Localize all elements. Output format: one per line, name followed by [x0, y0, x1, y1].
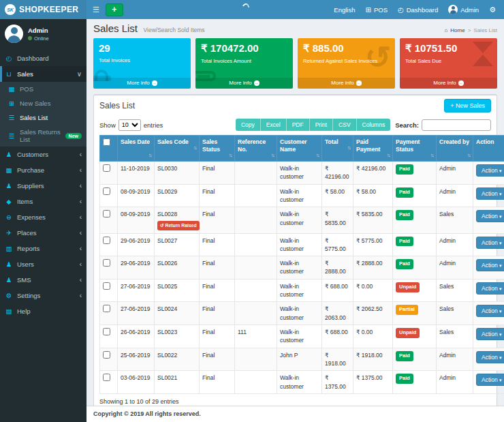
new-sales-button[interactable]: + New Sales [444, 99, 491, 112]
infobox-value: ₹ 170472.00 [201, 42, 287, 55]
column-header-sales-code[interactable]: Sales Code↑↓ [155, 136, 200, 162]
dashboard-link[interactable]: ◴ Dashboard [398, 6, 438, 14]
sort-icon[interactable]: ↑↓ [387, 152, 390, 158]
column-header-sales-date[interactable]: Sales Date↑↓ [118, 136, 155, 162]
table-row: 27-06-2019SL0024FinalWalk-in customer₹ 2… [100, 302, 504, 325]
select-all-checkbox[interactable] [103, 138, 110, 146]
more-info-link[interactable]: More info→ [93, 78, 191, 89]
sort-icon[interactable]: ↑↓ [467, 152, 470, 158]
sort-icon[interactable]: ↑↓ [271, 152, 274, 158]
caret-down-icon: ▾ [499, 192, 502, 196]
row-checkbox[interactable] [103, 305, 110, 312]
csv-button[interactable]: CSV [333, 119, 356, 131]
total-cell: ₹ 5775.00 [322, 233, 353, 256]
payment-status-cell: Paid [393, 207, 437, 233]
sidebar-item-expenses[interactable]: ⊖Expenses‹ [0, 209, 86, 225]
sidebar-item-sales-list[interactable]: ☰Sales List [0, 110, 86, 125]
sort-icon[interactable]: ↑↓ [193, 145, 196, 151]
sales-returns-list-icon: ☰ [7, 132, 16, 140]
row-checkbox[interactable] [103, 237, 110, 244]
action-button[interactable]: Action ▾ [476, 374, 504, 386]
sidebar-item-dashboard[interactable]: ◴Dashboard [0, 50, 86, 66]
sidebar-item-sms[interactable]: ♟SMS‹ [0, 272, 86, 288]
action-button[interactable]: Action ▾ [476, 305, 504, 317]
sidebar-item-purchase[interactable]: ▦Purchase‹ [0, 162, 86, 178]
paid-payment-cell: ₹ 42196.00 [353, 162, 393, 185]
column-header-created-by[interactable]: Created by↑↓ [437, 136, 473, 162]
column-header-total[interactable]: Total↑↓ [322, 136, 353, 162]
total-cell: ₹ 2888.00 [322, 256, 353, 280]
sort-icon[interactable]: ↑↓ [229, 152, 232, 158]
column-header-sales-status[interactable]: Sales Status↑↓ [200, 136, 235, 162]
sidebar-item-items[interactable]: ◆Items‹ [0, 194, 86, 209]
action-button[interactable]: Action ▾ [476, 328, 504, 340]
print-button[interactable]: Print [310, 119, 333, 131]
sort-icon[interactable]: ↑↓ [430, 152, 433, 158]
excel-button[interactable]: Excel [261, 119, 287, 131]
sort-icon[interactable]: ↑↓ [148, 152, 151, 158]
more-info-link[interactable]: More info→ [400, 78, 497, 89]
brand-logo[interactable]: SK SHOPKEEPER [0, 0, 86, 19]
hamburger-icon[interactable]: ☰ [86, 5, 106, 14]
sidebar-item-help[interactable]: ▤Help [0, 303, 86, 319]
more-info-link[interactable]: More info→ [195, 78, 293, 89]
page-length-select[interactable]: 10 [119, 119, 141, 131]
top-navbar: SK SHOPKEEPER ☰ + English ⊞ POS ◴ Dashbo… [0, 0, 504, 19]
user-menu[interactable]: Admin [448, 5, 479, 14]
sales-date-cell: 08-09-2019 [118, 207, 155, 233]
column-header-customer-name[interactable]: Customer Name↑↓ [277, 136, 322, 162]
language-menu[interactable]: English [334, 6, 355, 14]
sidebar-item-pos[interactable]: ▦POS [0, 82, 86, 96]
customer-cell: John P [277, 348, 322, 371]
action-button[interactable]: Action ▾ [476, 237, 504, 249]
infobox-total-invoices-amount: ₹ 170472.00Total Invoices AmountMore inf… [195, 38, 293, 89]
plus-square-icon: ⊞ [366, 6, 371, 14]
more-info-link[interactable]: More info→ [298, 78, 395, 89]
row-checkbox[interactable] [103, 164, 110, 172]
sidebar-item-places[interactable]: ✈Places‹ [0, 225, 86, 241]
sidebar-item-suppliers[interactable]: ♟Suppliers‹ [0, 178, 86, 194]
cogs-icon[interactable]: ⚙ [489, 5, 496, 14]
column-header-payment-status[interactable]: Payment Status↑↓ [393, 136, 437, 162]
users-icon: ♟ [5, 260, 13, 268]
pos-link[interactable]: ⊞ POS [366, 6, 388, 14]
sort-icon[interactable]: ↑↓ [316, 152, 319, 158]
payment-status-badge: Unpaid [396, 328, 420, 338]
sidebar-item-new-sales[interactable]: ⊞New Sales [0, 96, 86, 110]
column-header-paid-payment[interactable]: Paid Payment↑↓ [353, 136, 393, 162]
columns-button[interactable]: Columns [357, 119, 391, 131]
row-checkbox[interactable] [103, 210, 110, 217]
row-checkbox[interactable] [103, 259, 110, 267]
action-button[interactable]: Action ▾ [476, 259, 504, 271]
sort-icon[interactable]: ↑↓ [347, 145, 350, 151]
sidebar-item-sales[interactable]: ⊔Sales∨ [0, 66, 86, 82]
sidebar-item-sales-returns-list[interactable]: ☰Sales Returns ListNew [0, 125, 86, 147]
row-checkbox[interactable] [103, 328, 110, 335]
quick-add-button[interactable]: + [106, 3, 123, 16]
breadcrumb-home[interactable]: Home [450, 27, 464, 33]
customers-icon: ♟ [5, 151, 13, 158]
action-button[interactable]: Action ▾ [476, 187, 504, 200]
created-by-cell: Admin [437, 184, 473, 207]
sidebar-item-users[interactable]: ♟Users‹ [0, 256, 86, 272]
customer-cell: Walk-in customer [277, 233, 322, 256]
sidebar-item-reports[interactable]: ▥Reports‹ [0, 241, 86, 256]
copy-button[interactable]: Copy [236, 119, 261, 131]
row-checkbox[interactable] [103, 282, 110, 290]
row-checkbox[interactable] [103, 374, 110, 381]
chevron-left-icon: ‹ [80, 229, 82, 237]
pdf-button[interactable]: PDF [287, 119, 310, 131]
sales-date-cell: 08-09-2019 [118, 184, 155, 207]
sidebar-item-customers[interactable]: ♟Customers‹ [0, 147, 86, 162]
row-checkbox[interactable] [103, 187, 110, 195]
action-button[interactable]: Action ▾ [476, 164, 504, 177]
sales-status-cell: Final [200, 184, 235, 207]
action-button[interactable]: Action ▾ [476, 351, 504, 363]
action-button[interactable]: Action ▾ [476, 210, 504, 222]
column-header-reference-no-[interactable]: Reference No.↑↓ [235, 136, 277, 162]
row-checkbox[interactable] [103, 351, 110, 359]
search-input[interactable] [422, 119, 491, 131]
action-button[interactable]: Action ▾ [476, 282, 504, 295]
sidebar-item-settings[interactable]: ⚙Settings‹ [0, 288, 86, 303]
customer-cell: Walk-in customer [277, 325, 322, 348]
